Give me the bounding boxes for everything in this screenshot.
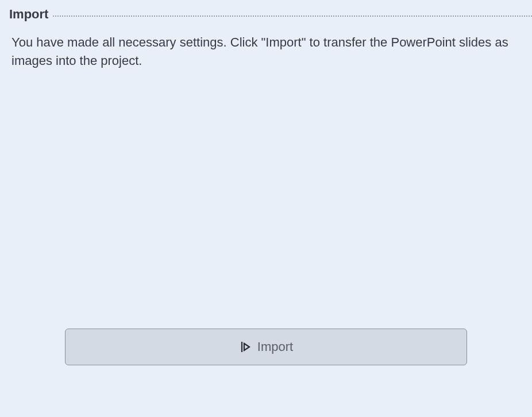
- section-divider: [53, 16, 532, 17]
- content-area: You have made all necessary settings. Cl…: [0, 22, 532, 70]
- import-button[interactable]: Import: [65, 329, 467, 365]
- instruction-text: You have made all necessary settings. Cl…: [11, 33, 521, 70]
- section-header: Import: [0, 0, 532, 22]
- section-title: Import: [9, 7, 48, 22]
- play-icon: [239, 341, 252, 353]
- button-container: Import: [0, 329, 532, 365]
- import-button-label: Import: [257, 339, 293, 354]
